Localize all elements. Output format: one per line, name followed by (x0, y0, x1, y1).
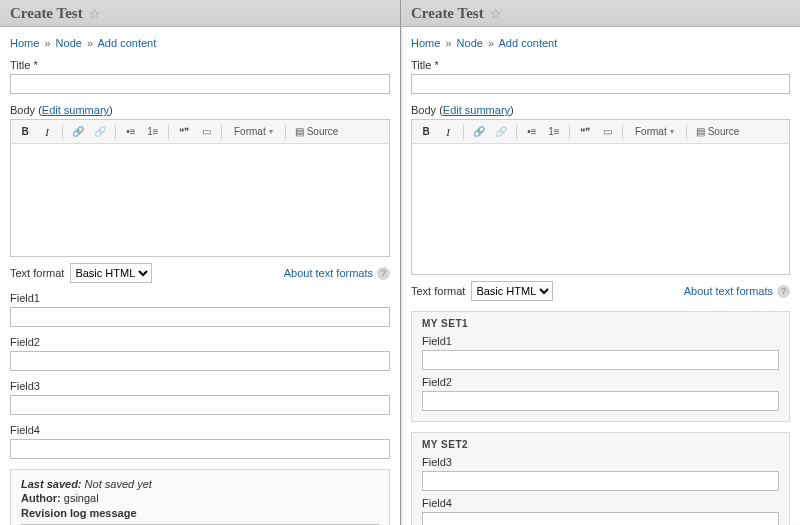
field2-label: Field2 (422, 376, 779, 388)
toolbar-separator (62, 125, 63, 139)
breadcrumb: Home » Node » Add content (10, 37, 390, 49)
breadcrumb-home[interactable]: Home (10, 37, 39, 49)
chevron-down-icon: ▾ (670, 127, 674, 136)
text-format-row: Text format Basic HTML About text format… (411, 281, 790, 301)
toolbar-separator (463, 125, 464, 139)
about-text-formats-link[interactable]: About text formats (284, 267, 373, 279)
toolbar-separator (115, 125, 116, 139)
bullet-list-button[interactable]: •≡ (121, 123, 141, 141)
titlebar: Create Test ☆ (401, 0, 800, 27)
blockquote-button[interactable]: ❝❞ (174, 123, 194, 141)
star-icon[interactable]: ☆ (490, 6, 502, 21)
italic-button[interactable]: I (438, 123, 458, 141)
field1-label: Field1 (422, 335, 779, 347)
body-label: Body (Edit summary) (411, 104, 790, 116)
text-format-label: Text format (10, 267, 64, 279)
toolbar-separator (285, 125, 286, 139)
italic-button[interactable]: I (37, 123, 57, 141)
image-button[interactable]: ▭ (597, 123, 617, 141)
edit-summary-link[interactable]: Edit summary (42, 104, 109, 116)
body-textarea[interactable] (412, 144, 789, 274)
unlink-button[interactable]: 🔗 (491, 123, 511, 141)
star-icon[interactable]: ☆ (89, 6, 101, 21)
right-pane: Create Test ☆ Home » Node » Add content … (400, 0, 800, 525)
link-button[interactable]: 🔗 (68, 123, 88, 141)
toolbar-separator (686, 125, 687, 139)
text-format-label: Text format (411, 285, 465, 297)
field3-input[interactable] (10, 395, 390, 415)
text-format-select[interactable]: Basic HTML (70, 263, 152, 283)
left-pane: Create Test ☆ Home » Node » Add content … (0, 0, 400, 525)
help-icon[interactable]: ? (777, 285, 790, 298)
source-button[interactable]: ▤Source (692, 123, 744, 141)
field1-input[interactable] (422, 350, 779, 370)
field3-label: Field3 (10, 380, 390, 392)
source-icon: ▤ (696, 126, 705, 137)
title-label: Title * (411, 59, 790, 71)
link-button[interactable]: 🔗 (469, 123, 489, 141)
body-label: Body (Edit summary) (10, 104, 390, 116)
about-text-formats-link[interactable]: About text formats (684, 285, 773, 297)
chevron-down-icon: ▾ (269, 127, 273, 136)
breadcrumb: Home » Node » Add content (411, 37, 790, 49)
page-title: Create Test (10, 5, 83, 22)
body-textarea[interactable] (11, 144, 389, 256)
breadcrumb-node[interactable]: Node (56, 37, 82, 49)
field4-label: Field4 (422, 497, 779, 509)
title-input[interactable] (411, 74, 790, 94)
text-format-row: Text format Basic HTML About text format… (10, 263, 390, 283)
editor-toolbar: B I 🔗 🔗 •≡ 1≡ ❝❞ ▭ Format▾ (11, 120, 389, 144)
image-button[interactable]: ▭ (196, 123, 216, 141)
field4-label: Field4 (10, 424, 390, 436)
field3-label: Field3 (422, 456, 779, 468)
blockquote-button[interactable]: ❝❞ (575, 123, 595, 141)
breadcrumb-home[interactable]: Home (411, 37, 440, 49)
source-button[interactable]: ▤Source (291, 123, 343, 141)
toolbar-separator (168, 125, 169, 139)
number-list-button[interactable]: 1≡ (544, 123, 564, 141)
body-editor: B I 🔗 🔗 •≡ 1≡ ❝❞ ▭ Format▾ (10, 119, 390, 257)
toolbar-separator (569, 125, 570, 139)
body-editor: B I 🔗 🔗 •≡ 1≡ ❝❞ ▭ Format▾ (411, 119, 790, 275)
text-format-select[interactable]: Basic HTML (471, 281, 553, 301)
title-input[interactable] (10, 74, 390, 94)
toolbar-separator (622, 125, 623, 139)
bullet-list-button[interactable]: •≡ (522, 123, 542, 141)
help-icon[interactable]: ? (377, 267, 390, 280)
toolbar-separator (516, 125, 517, 139)
page-title: Create Test (411, 5, 484, 22)
edit-summary-link[interactable]: Edit summary (443, 104, 510, 116)
field4-input[interactable] (422, 512, 779, 525)
toolbar-separator (221, 125, 222, 139)
source-icon: ▤ (295, 126, 304, 137)
fieldset-legend: MY SET1 (422, 318, 779, 329)
number-list-button[interactable]: 1≡ (143, 123, 163, 141)
editor-toolbar: B I 🔗 🔗 •≡ 1≡ ❝❞ ▭ Format▾ (412, 120, 789, 144)
field4-input[interactable] (10, 439, 390, 459)
breadcrumb-add-content[interactable]: Add content (98, 37, 157, 49)
field2-label: Field2 (10, 336, 390, 348)
titlebar: Create Test ☆ (0, 0, 400, 27)
field2-input[interactable] (422, 391, 779, 411)
title-label: Title * (10, 59, 390, 71)
field1-input[interactable] (10, 307, 390, 327)
bold-button[interactable]: B (15, 123, 35, 141)
fieldset-my-set1: MY SET1 Field1 Field2 (411, 311, 790, 422)
format-dropdown[interactable]: Format▾ (227, 123, 280, 141)
revision-info-box: Last saved: Not saved yet Author: gsinga… (10, 469, 390, 525)
fieldset-my-set2: MY SET2 Field3 Field4 (411, 432, 790, 525)
breadcrumb-node[interactable]: Node (457, 37, 483, 49)
format-dropdown[interactable]: Format▾ (628, 123, 681, 141)
field2-input[interactable] (10, 351, 390, 371)
revision-log-label: Revision log message (21, 507, 379, 519)
field3-input[interactable] (422, 471, 779, 491)
fieldset-legend: MY SET2 (422, 439, 779, 450)
unlink-button[interactable]: 🔗 (90, 123, 110, 141)
bold-button[interactable]: B (416, 123, 436, 141)
field1-label: Field1 (10, 292, 390, 304)
breadcrumb-add-content[interactable]: Add content (499, 37, 558, 49)
